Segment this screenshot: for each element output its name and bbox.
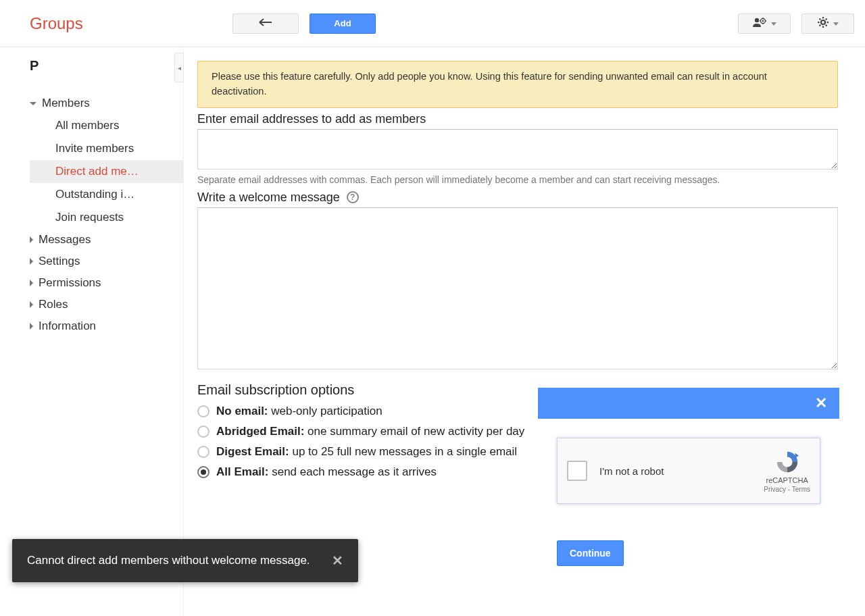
nav-outstanding-invitations[interactable]: Outstanding i…: [30, 183, 183, 206]
chevron-right-icon: [30, 236, 33, 243]
chevron-down-icon: [30, 102, 36, 105]
continue-button-label: Continue: [570, 548, 611, 559]
nav-invite-members[interactable]: Invite members: [30, 137, 183, 160]
recaptcha-brand: reCAPTCHA: [764, 476, 810, 484]
emails-label: Enter email addresses to add as members: [197, 112, 838, 126]
add-button-label: Add: [334, 18, 351, 28]
nav-members[interactable]: Members: [30, 93, 183, 114]
recaptcha-logo: reCAPTCHA Privacy - Terms: [764, 449, 810, 493]
nav-permissions-label: Permissions: [39, 276, 101, 290]
main-content: Please use this feature carefully. Only …: [184, 47, 865, 616]
svg-line-12: [820, 19, 821, 20]
captcha-header-bar: ✕: [538, 388, 839, 419]
recaptcha-widget: I'm not a robot reCAPTCHA Privacy - Term…: [557, 438, 820, 504]
top-right-controls: [738, 14, 854, 34]
nav: Members All members Invite members Direc…: [0, 93, 183, 337]
back-arrow-icon: [258, 18, 273, 29]
back-button[interactable]: [232, 14, 299, 34]
nav-settings[interactable]: Settings: [30, 251, 183, 272]
emails-hint: Separate email addresses with commas. Ea…: [197, 174, 838, 185]
nav-settings-label: Settings: [39, 255, 80, 268]
manage-people-dropdown[interactable]: [738, 14, 791, 34]
nav-roles[interactable]: Roles: [30, 294, 183, 315]
continue-button[interactable]: Continue: [557, 540, 624, 566]
radio-icon: [197, 426, 209, 438]
radio-icon: [197, 405, 209, 417]
chevron-right-icon: [30, 323, 33, 330]
person-gear-icon: [752, 17, 767, 30]
recaptcha-links[interactable]: Privacy - Terms: [764, 486, 810, 493]
warning-banner: Please use this feature carefully. Only …: [197, 61, 838, 108]
toolbar: Add: [232, 14, 376, 34]
svg-point-0: [755, 18, 759, 22]
welcome-input[interactable]: [197, 207, 838, 369]
chevron-left-icon: ◂: [178, 64, 181, 72]
settings-dropdown[interactable]: [801, 14, 854, 34]
radio-icon: [197, 446, 209, 458]
radio-label: Digest Email: up to 25 full new messages…: [216, 445, 517, 459]
nav-direct-add-members[interactable]: Direct add me…: [30, 160, 183, 183]
recaptcha-label: I'm not a robot: [599, 465, 751, 477]
close-icon[interactable]: ✕: [815, 394, 827, 412]
toast-message: Cannot direct add members without welcom…: [27, 554, 310, 567]
radio-label: All Email: send each message as it arriv…: [216, 465, 437, 479]
top-bar: Groups Add: [0, 0, 865, 47]
welcome-label: Write a welcome message: [197, 190, 340, 205]
chevron-right-icon: [30, 280, 33, 286]
svg-point-2: [762, 20, 764, 22]
nav-roles-label: Roles: [39, 298, 68, 311]
radio-label: Abridged Email: one summary email of new…: [216, 425, 524, 438]
chevron-right-icon: [30, 301, 33, 308]
nav-information-label: Information: [39, 319, 96, 333]
captcha-body: I'm not a robot reCAPTCHA Privacy - Term…: [538, 419, 839, 574]
emails-input[interactable]: [197, 129, 838, 170]
svg-point-7: [821, 20, 825, 24]
gear-icon: [817, 16, 829, 30]
nav-messages[interactable]: Messages: [30, 229, 183, 251]
radio-label: No email: web-only participation: [216, 405, 382, 418]
nav-permissions[interactable]: Permissions: [30, 272, 183, 294]
sidebar: P ◂ Members All members Invite members D…: [0, 47, 184, 616]
recaptcha-icon: [774, 449, 800, 475]
nav-members-label: Members: [42, 97, 90, 110]
svg-line-14: [820, 25, 821, 26]
svg-line-15: [826, 19, 827, 20]
nav-messages-label: Messages: [39, 233, 91, 247]
chevron-down-icon: [833, 18, 839, 28]
body: P ◂ Members All members Invite members D…: [0, 47, 865, 616]
chevron-down-icon: [771, 18, 776, 28]
chevron-right-icon: [30, 258, 33, 265]
close-icon[interactable]: ✕: [332, 553, 343, 569]
collapse-sidebar-handle[interactable]: ◂: [174, 53, 184, 82]
radio-icon: [197, 466, 209, 478]
app-title: Groups: [30, 14, 165, 33]
svg-marker-16: [795, 453, 799, 458]
nav-information[interactable]: Information: [30, 315, 183, 337]
nav-all-members[interactable]: All members: [30, 114, 183, 137]
welcome-label-row: Write a welcome message ?: [197, 190, 838, 205]
error-toast: Cannot direct add members without welcom…: [12, 539, 358, 582]
add-button[interactable]: Add: [310, 14, 376, 34]
captcha-popup: ✕ I'm not a robot: [538, 388, 839, 574]
recaptcha-checkbox[interactable]: [567, 461, 587, 481]
group-letter: P: [0, 53, 183, 93]
help-icon[interactable]: ?: [347, 191, 359, 203]
svg-line-13: [826, 25, 827, 26]
nav-join-requests[interactable]: Join requests: [30, 206, 183, 229]
